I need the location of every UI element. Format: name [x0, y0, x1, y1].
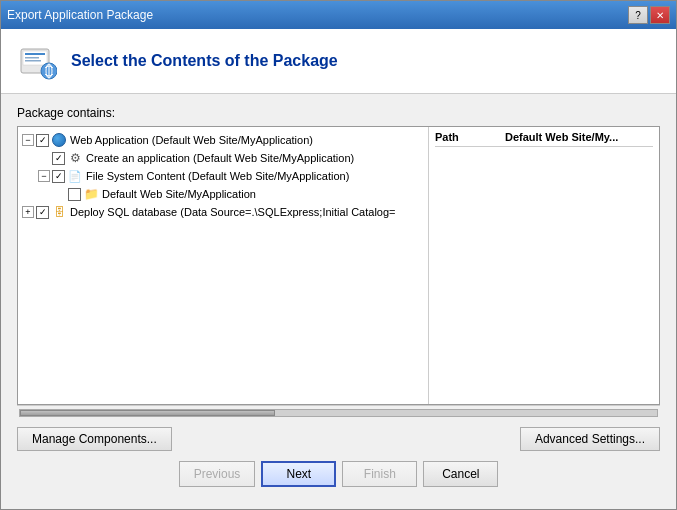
folder-icon: 📁	[83, 186, 99, 202]
globe-icon	[51, 132, 67, 148]
bottom-buttons-row2: Previous Next Finish Cancel	[17, 461, 660, 487]
main-window: Export Application Package ? ✕ Select th…	[0, 0, 677, 510]
tree-item-fs-content[interactable]: − 📄 File System Content (Default Web Sit…	[20, 167, 426, 185]
checkbox-fs-content[interactable]	[52, 170, 65, 183]
tree-label-default-web: Default Web Site/MyApplication	[102, 188, 256, 200]
title-bar-controls: ? ✕	[628, 6, 670, 24]
tree-label-deploy-sql: Deploy SQL database (Data Source=.\SQLEx…	[70, 206, 396, 218]
tree-label-web-app: Web Application (Default Web Site/MyAppl…	[70, 134, 313, 146]
package-label: Package contains:	[17, 106, 660, 120]
checkbox-default-web[interactable]	[68, 188, 81, 201]
finish-button[interactable]: Finish	[342, 461, 417, 487]
checkbox-web-app[interactable]	[36, 134, 49, 147]
gear-icon: ⚙	[67, 150, 83, 166]
scrollbar-thumb[interactable]	[20, 410, 275, 416]
tree-item-default-web[interactable]: 📁 Default Web Site/MyApplication	[20, 185, 426, 203]
cancel-button[interactable]: Cancel	[423, 461, 498, 487]
tree-label-create-app: Create an application (Default Web Site/…	[86, 152, 354, 164]
svg-rect-4	[25, 60, 41, 62]
previous-button[interactable]: Previous	[179, 461, 256, 487]
page-title: Select the Contents of the Package	[71, 52, 338, 70]
expand-btn-web-app[interactable]: −	[22, 134, 34, 146]
scrollbar-area[interactable]	[17, 405, 660, 419]
tree-panel-container: − Web Application (Default Web Site/MyAp…	[17, 126, 660, 405]
manage-components-button[interactable]: Manage Components...	[17, 427, 172, 451]
tree-panel[interactable]: − Web Application (Default Web Site/MyAp…	[18, 127, 429, 404]
tree-item-deploy-sql[interactable]: + 🗄 Deploy SQL database (Data Source=.\S…	[20, 203, 426, 221]
checkbox-create-app[interactable]	[52, 152, 65, 165]
db-icon: 🗄	[51, 204, 67, 220]
file-icon: 📄	[67, 168, 83, 184]
expand-btn-fs[interactable]: −	[38, 170, 50, 182]
expand-btn-sql[interactable]: +	[22, 206, 34, 218]
header-section: Select the Contents of the Package	[1, 29, 676, 94]
next-button[interactable]: Next	[261, 461, 336, 487]
properties-panel: Path Default Web Site/My...	[429, 127, 659, 404]
window-title: Export Application Package	[7, 8, 153, 22]
checkbox-deploy-sql[interactable]	[36, 206, 49, 219]
title-bar: Export Application Package ? ✕	[1, 1, 676, 29]
header-icon	[17, 41, 57, 81]
tree-item-create-app[interactable]: ⚙ Create an application (Default Web Sit…	[20, 149, 426, 167]
svg-rect-3	[25, 57, 39, 59]
tree-item-web-app[interactable]: − Web Application (Default Web Site/MyAp…	[20, 131, 426, 149]
scrollbar-track[interactable]	[19, 409, 658, 417]
advanced-settings-button[interactable]: Advanced Settings...	[520, 427, 660, 451]
content-area: Package contains: − Web Application (Def…	[1, 94, 676, 509]
help-button[interactable]: ?	[628, 6, 648, 24]
close-button[interactable]: ✕	[650, 6, 670, 24]
tree-label-fs-content: File System Content (Default Web Site/My…	[86, 170, 349, 182]
prop-col-value-header: Default Web Site/My...	[505, 131, 653, 143]
prop-header: Path Default Web Site/My...	[435, 131, 653, 147]
svg-rect-2	[25, 53, 45, 55]
prop-col-path-header: Path	[435, 131, 505, 143]
bottom-buttons-row1: Manage Components... Advanced Settings..…	[17, 427, 660, 451]
